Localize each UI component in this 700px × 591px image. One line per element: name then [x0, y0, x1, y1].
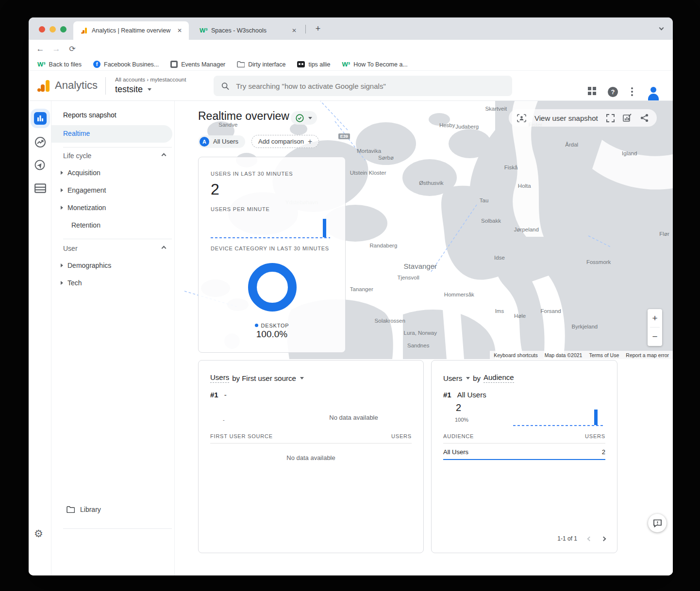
tab-strip: Analytics | Realtime overview ✕ W³ Space…: [29, 17, 673, 40]
map-place-label: Hommersåk: [444, 292, 474, 297]
audience-percent: 100%: [455, 417, 468, 423]
previous-page-icon[interactable]: [587, 536, 592, 541]
map-zoom-control: + −: [648, 309, 662, 346]
map-place-label: Årdal: [565, 142, 578, 148]
rail-insights-icon[interactable]: [34, 136, 47, 148]
map-place-label: Jørpeland: [514, 227, 539, 232]
zoom-out-button[interactable]: −: [648, 328, 662, 345]
map-place-label: Tau: [480, 197, 489, 203]
help-icon[interactable]: ?: [608, 87, 618, 97]
comparison-row: AAll Users Add comparison+: [198, 135, 319, 148]
audience-rank: #1All Users: [443, 391, 486, 399]
fullscreen-icon[interactable]: [606, 114, 615, 122]
sidebar-item-engagement[interactable]: Engagement: [61, 186, 106, 194]
zoom-in-button[interactable]: +: [648, 309, 662, 327]
bookmark-tips-allie[interactable]: tips allie: [297, 61, 330, 68]
map-place-label: Høle: [514, 313, 526, 319]
bookmark-events-manager[interactable]: Events Manager: [170, 61, 225, 68]
pagination-label: 1-1 of 1: [557, 535, 577, 542]
analytics-favicon-icon: [80, 27, 88, 34]
property-selector[interactable]: testsite: [115, 84, 151, 95]
forward-button[interactable]: →: [50, 42, 63, 56]
expand-arrow-icon: [61, 171, 63, 175]
sidebar-item-realtime-selected[interactable]: Realtime: [51, 125, 172, 143]
map-attribution-item[interactable]: Terms of Use: [589, 352, 619, 358]
sidebar-item-tech[interactable]: Tech: [61, 279, 82, 287]
map-place-label: Skartveit: [485, 106, 507, 112]
sidebar-item-acquisition[interactable]: Acquisition: [61, 169, 100, 177]
data-quality-badge[interactable]: [291, 111, 317, 125]
sidebar-item-library[interactable]: Library: [67, 506, 101, 513]
apps-grid-icon[interactable]: [588, 87, 596, 95]
sidebar-item-retention[interactable]: Retention: [71, 221, 100, 229]
tab-w3schools[interactable]: W³ Spaces - W3schools ✕: [193, 21, 303, 40]
library-folder-icon: [67, 506, 75, 513]
settings-gear-icon[interactable]: ⚙: [34, 528, 43, 540]
audience-value: 2: [456, 402, 461, 413]
add-comparison-button[interactable]: Add comparison+: [251, 135, 319, 148]
map-place-label: Fossmork: [586, 259, 611, 265]
minimize-window-button[interactable]: [50, 26, 56, 33]
product-name[interactable]: Analytics: [55, 79, 98, 92]
device-category-label: DEVICE CATEGORY IN LAST 30 MINUTES: [211, 246, 329, 251]
reload-button[interactable]: ⟳: [66, 42, 79, 56]
header-menu-icon[interactable]: [631, 87, 633, 98]
next-page-icon[interactable]: [601, 536, 606, 541]
map-place-label: Sandnes: [407, 343, 429, 348]
video-icon: [297, 61, 305, 67]
table-divider: [210, 443, 412, 443]
sidebar-item-demographics[interactable]: Demographics: [61, 262, 111, 269]
map-place-label: Sørbø: [378, 155, 394, 161]
sparkline-baseline: [211, 237, 330, 238]
bookmark-back-to-files[interactable]: W³Back to files: [37, 61, 82, 68]
sidebar-section-user[interactable]: User: [63, 245, 78, 252]
chevron-down-icon: [300, 377, 304, 379]
feedback-button[interactable]: [648, 514, 667, 532]
sidebar-item-reports-snapshot[interactable]: Reports snapshot: [63, 111, 117, 119]
back-button[interactable]: ←: [33, 42, 47, 56]
close-window-button[interactable]: [39, 26, 45, 33]
rail-reports-icon[interactable]: [34, 112, 47, 125]
fullscreen-window-button[interactable]: [60, 26, 67, 33]
view-user-snapshot-button[interactable]: View user snapshot: [534, 114, 598, 122]
tab-search-chevron-icon[interactable]: [659, 26, 664, 31]
source-card-title[interactable]: Users by First user source: [210, 373, 304, 383]
bookmark-dirty-interface[interactable]: Dirty interface: [237, 61, 285, 68]
search-input[interactable]: [236, 82, 504, 90]
main-content: E39 Keyboard shortcutsMap data ©2021Term…: [175, 101, 673, 575]
collapse-chevron-icon[interactable]: [162, 153, 167, 158]
sidebar-item-monetization[interactable]: Monetization: [61, 204, 106, 212]
rail-explore-icon[interactable]: [34, 159, 47, 172]
expand-arrow-icon: [61, 188, 63, 192]
sidebar-section-life-cycle[interactable]: Life cycle: [63, 152, 91, 160]
audience-card-title[interactable]: UsersbyAudience: [443, 373, 514, 383]
new-tab-button[interactable]: +: [312, 23, 324, 35]
tab-close-icon[interactable]: ✕: [290, 26, 299, 35]
map-attribution-item[interactable]: Keyboard shortcuts: [494, 352, 537, 358]
all-users-chip[interactable]: AAll Users: [198, 135, 245, 148]
tab-close-icon[interactable]: ✕: [175, 26, 184, 35]
map-attribution-item[interactable]: Report a map error: [626, 352, 669, 358]
users-per-minute-sparkline: [211, 215, 330, 238]
map-place-label: Tananger: [350, 286, 373, 292]
plus-icon: +: [308, 137, 312, 146]
table-row[interactable]: All Users2: [443, 448, 605, 456]
users-30min-label: USERS IN LAST 30 MINUTES: [211, 171, 293, 177]
breadcrumb[interactable]: All accounts › mytestaccount: [115, 77, 186, 82]
search-bar[interactable]: [214, 76, 512, 96]
share-nodes-icon[interactable]: [640, 114, 649, 122]
rail-advertising-icon[interactable]: [34, 182, 47, 195]
collapse-chevron-icon[interactable]: [162, 246, 167, 251]
chart-empty-state: No data available: [296, 413, 412, 422]
tab-analytics[interactable]: Analytics | Realtime overview ✕: [73, 21, 189, 40]
analytics-logo-icon[interactable]: [36, 79, 51, 93]
map-place-label: Flør: [659, 231, 669, 237]
table-empty-state: No data available: [199, 453, 423, 462]
map-place-label: Solakrossen: [375, 318, 405, 324]
bookmark-how-to-become[interactable]: W³How To Become a...: [342, 61, 408, 68]
bookmark-facebook-business[interactable]: fFacebook Busines...: [93, 61, 159, 68]
device-donut-chart: [248, 263, 297, 312]
edit-chart-icon[interactable]: [623, 114, 632, 122]
audience-sparkline: [513, 407, 604, 426]
page-title: Realtime overview: [198, 110, 289, 123]
